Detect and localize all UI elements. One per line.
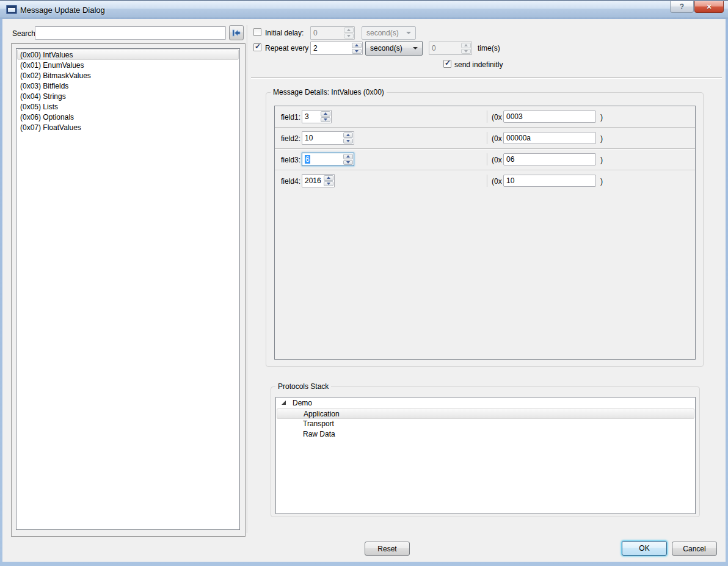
hex-prefix-label: (0x <box>492 113 502 122</box>
list-item[interactable]: (0x00) IntValues <box>17 49 239 60</box>
tree-item-transport[interactable]: Transport <box>277 419 694 429</box>
list-item[interactable]: (0x06) Optionals <box>17 112 239 122</box>
search-label: Search: <box>12 29 37 38</box>
field-row: field2: 10 (0x ) <box>275 128 695 149</box>
protocols-stack-group: Protocols Stack Demo Application Transpo… <box>271 386 700 517</box>
hex-prefix-label: (0x <box>492 177 502 186</box>
field3-hex-input[interactable] <box>503 153 596 165</box>
tree-item-label: Transport <box>303 419 334 429</box>
list-item[interactable]: (0x03) Bitfields <box>17 81 239 91</box>
reset-button[interactable]: Reset <box>365 542 410 556</box>
initial-delay-unit-select[interactable]: second(s) <box>362 26 416 40</box>
field-row: field4: 2016 (0x ) <box>275 170 695 192</box>
hex-suffix-label: ) <box>600 177 603 186</box>
spin-down-button[interactable] <box>343 160 353 165</box>
tree-item-label: Demo <box>293 398 312 408</box>
field1-value[interactable]: 3 <box>302 111 321 123</box>
spin-up-button[interactable] <box>352 43 362 48</box>
window-title: Message Update Dialog <box>20 5 105 15</box>
repeat-times-spinbox[interactable]: 0 <box>429 42 472 55</box>
list-item[interactable]: (0x05) Lists <box>17 101 239 112</box>
list-item[interactable]: (0x07) FloatValues <box>17 122 239 132</box>
left-arrow-to-bar-icon <box>232 29 241 37</box>
tree-item-application[interactable]: Application <box>277 408 694 419</box>
window-icon <box>6 5 17 14</box>
check-icon: ✓ <box>255 42 261 51</box>
field-label: field2: <box>281 134 300 143</box>
initial-delay-checkbox[interactable] <box>253 28 261 36</box>
spin-up-button[interactable] <box>343 154 353 159</box>
protocols-stack-title: Protocols Stack <box>275 382 331 391</box>
repeat-unit-value: second(s) <box>370 44 402 53</box>
repeat-every-label: Repeat every <box>265 44 308 53</box>
repeat-every-checkbox[interactable]: ✓ <box>253 43 261 51</box>
spin-down-button[interactable] <box>343 139 353 144</box>
field-label: field4: <box>281 177 300 186</box>
spin-down-button[interactable] <box>352 49 362 54</box>
field1-hex-input[interactable] <box>503 111 596 123</box>
list-item[interactable]: (0x02) BitmaskValues <box>17 70 239 81</box>
field2-hex-input[interactable] <box>503 132 596 144</box>
pane-separator <box>247 25 248 533</box>
field3-spinbox[interactable]: 6 <box>302 153 354 166</box>
search-input[interactable] <box>35 26 226 40</box>
spin-down-button[interactable] <box>344 34 354 39</box>
spin-up-button[interactable] <box>321 111 330 117</box>
field-label: field1: <box>281 113 300 122</box>
field-separator <box>487 111 487 123</box>
initial-delay-spinbox[interactable]: 0 <box>310 26 355 40</box>
search-go-button[interactable] <box>229 25 244 40</box>
field-row: field3: 6 (0x ) <box>275 149 695 170</box>
fields-panel: field1: 3 (0x ) field2: 10 (0x <box>274 106 696 360</box>
spin-up-button[interactable] <box>461 43 471 48</box>
list-item[interactable]: (0x01) EnumValues <box>17 60 239 70</box>
horizontal-separator <box>251 78 722 79</box>
send-indefinitely-checkbox[interactable]: ✓ <box>443 60 451 68</box>
repeat-interval-spinbox[interactable]: 2 <box>310 42 363 55</box>
tree-item-demo[interactable]: Demo <box>277 398 694 408</box>
ok-button[interactable]: OK <box>622 541 667 556</box>
hex-prefix-label: (0x <box>492 134 502 143</box>
help-button[interactable]: ? <box>670 1 694 13</box>
dialog-body: Search: (0x00) IntValues (0x01) EnumValu… <box>2 19 726 562</box>
spin-down-button[interactable] <box>461 49 471 54</box>
field-separator <box>487 132 487 144</box>
chevron-down-icon <box>406 32 411 34</box>
spin-up-button[interactable] <box>324 175 333 181</box>
repeat-interval-value[interactable]: 2 <box>311 42 352 54</box>
close-button[interactable]: ✕ <box>694 1 724 13</box>
field2-value[interactable]: 10 <box>302 132 343 144</box>
spin-up-button[interactable] <box>343 132 353 138</box>
hex-prefix-label: (0x <box>492 156 502 164</box>
initial-delay-value[interactable]: 0 <box>311 27 344 39</box>
cancel-button[interactable]: Cancel <box>672 542 717 556</box>
initial-delay-label: Initial delay: <box>265 29 304 37</box>
tree-item-label: Raw Data <box>303 429 335 439</box>
field-separator <box>487 175 487 187</box>
field3-value[interactable]: 6 <box>305 155 310 164</box>
expanded-triangle-icon[interactable] <box>282 401 286 405</box>
spin-down-button[interactable] <box>324 181 333 187</box>
chevron-down-icon <box>413 47 418 49</box>
spin-up-button[interactable] <box>344 27 354 33</box>
protocols-tree: Demo Application Transport Raw Data <box>275 397 696 514</box>
tree-item-label: Application <box>304 409 340 419</box>
field1-spinbox[interactable]: 3 <box>302 110 332 123</box>
field4-spinbox[interactable]: 2016 <box>302 174 335 187</box>
initial-delay-unit-value: second(s) <box>366 29 399 37</box>
list-item[interactable]: (0x04) Strings <box>17 91 239 101</box>
times-label: time(s) <box>478 44 500 53</box>
hex-suffix-label: ) <box>600 134 603 143</box>
titlebar: Message Update Dialog ? ✕ <box>0 0 728 18</box>
hex-suffix-label: ) <box>600 113 603 122</box>
field2-spinbox[interactable]: 10 <box>302 131 354 145</box>
repeat-times-value[interactable]: 0 <box>429 42 461 54</box>
tree-item-rawdata[interactable]: Raw Data <box>277 429 694 440</box>
field4-value[interactable]: 2016 <box>302 175 324 187</box>
send-indefinitely-label: send indefinitly <box>454 60 503 69</box>
spin-down-button[interactable] <box>321 117 330 123</box>
repeat-unit-select[interactable]: second(s) <box>365 41 423 56</box>
field4-hex-input[interactable] <box>503 175 596 187</box>
field-row: field1: 3 (0x ) <box>275 106 695 128</box>
message-details-title: Message Details: IntValues (0x00) <box>271 88 387 96</box>
